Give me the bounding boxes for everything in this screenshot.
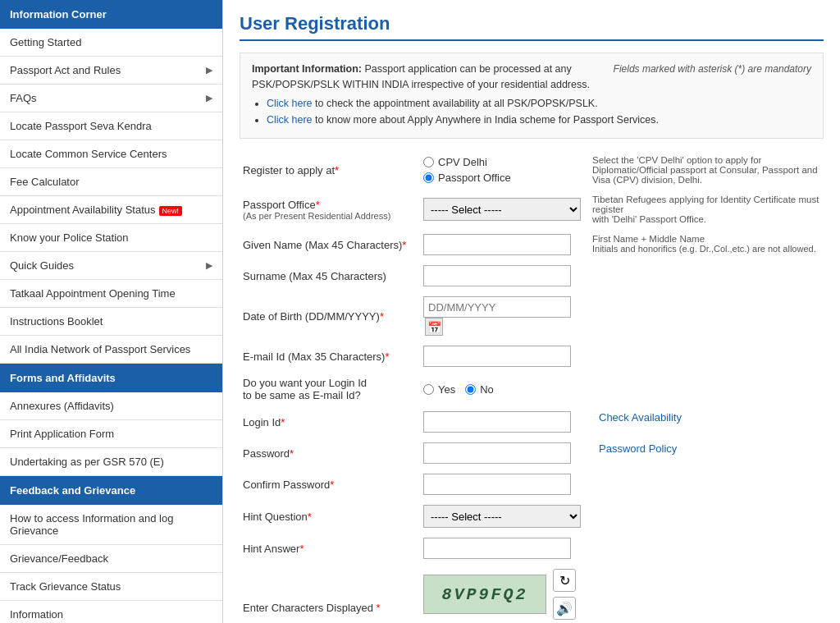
- row-email: E-mail Id (Max 35 Characters)*: [240, 341, 824, 372]
- radio-cpv[interactable]: [423, 157, 434, 167]
- captcha-controls: ↻ 🔊: [553, 569, 576, 620]
- chevron-right-icon: ▶: [206, 93, 212, 103]
- mandatory-note: Fields marked with asterisk (*) are mand…: [614, 62, 811, 76]
- sidebar-item[interactable]: Track Grievance Status: [0, 573, 222, 601]
- surname-label: Surname (Max 45 Characters): [240, 260, 420, 291]
- row-confirm-password: Confirm Password*: [240, 469, 824, 500]
- sidebar-item-label: Track Grievance Status: [10, 580, 121, 593]
- passport-office-label: Passport Office* (As per Present Residen…: [240, 190, 420, 229]
- sidebar-item-label: Information: [10, 608, 63, 621]
- link2[interactable]: Click here: [267, 114, 313, 126]
- hint-answer-input[interactable]: [423, 538, 571, 559]
- sidebar-item-label: Appointment Availability StatusNew!: [10, 204, 182, 216]
- passport-office-select[interactable]: ----- Select -----: [423, 198, 581, 221]
- login-same-label: Do you want your Login Id to be same as …: [240, 372, 420, 406]
- login-no-label: No: [480, 383, 494, 396]
- sidebar-item[interactable]: Grievance/Feedback: [0, 545, 222, 573]
- row-hint-answer: Hint Answer*: [240, 533, 824, 564]
- dob-input[interactable]: [423, 296, 571, 318]
- radio-login-yes[interactable]: [423, 384, 434, 395]
- captcha-label: Enter Characters Displayed *: [240, 564, 420, 623]
- sidebar-item[interactable]: Quick Guides▶: [0, 252, 222, 280]
- sidebar-item-label: Grievance/Feedback: [10, 552, 108, 565]
- sidebar-item[interactable]: Information: [0, 601, 222, 623]
- sidebar-item-label: Getting Started: [10, 36, 81, 48]
- password-input[interactable]: [423, 442, 571, 464]
- captcha-audio-button[interactable]: 🔊: [553, 597, 576, 620]
- sidebar-item-label: Tatkaal Appointment Opening Time: [10, 287, 176, 300]
- sidebar-item[interactable]: All India Network of Passport Services: [0, 336, 222, 364]
- sidebar-item[interactable]: Fee Calculator: [0, 168, 222, 196]
- row-password: Password* Password Policy: [240, 437, 824, 469]
- sidebar-item[interactable]: Passport Act and Rules▶: [0, 57, 222, 85]
- info-box: Fields marked with asterisk (*) are mand…: [240, 53, 824, 139]
- sidebar-item[interactable]: Locate Passport Seva Kendra: [0, 112, 222, 140]
- sidebar-item-label: Print Application Form: [10, 428, 114, 440]
- sidebar-item[interactable]: Tatkaal Appointment Opening Time: [0, 280, 222, 308]
- sidebar-item[interactable]: Know your Police Station: [0, 224, 222, 252]
- important-label: Important Information:: [252, 63, 362, 75]
- calendar-icon[interactable]: 📅: [425, 318, 443, 336]
- captcha-image: 8VP9FQ2: [423, 575, 546, 614]
- password-policy-link[interactable]: Password Policy: [592, 442, 677, 455]
- sidebar: Information CornerGetting StartedPasspor…: [0, 0, 223, 623]
- radio-cpv-label: CPV Delhi: [438, 156, 487, 168]
- confirm-password-label: Confirm Password*: [240, 469, 420, 500]
- sidebar-section-header: Forms and Affidavits: [0, 364, 222, 392]
- password-label: Password*: [240, 437, 420, 469]
- surname-input[interactable]: [423, 265, 571, 286]
- radio-passport[interactable]: [423, 172, 434, 183]
- link1[interactable]: Click here: [267, 98, 313, 109]
- row-login-same: Do you want your Login Id to be same as …: [240, 372, 824, 406]
- sidebar-item-label: How to access Information and log Grieva…: [10, 512, 212, 537]
- login-yes-label: Yes: [438, 383, 455, 396]
- dob-input-cell: 📅: [420, 291, 584, 341]
- dob-label: Date of Birth (DD/MM/YYYY)*: [240, 291, 420, 341]
- register-hint: Select the 'CPV Delhi' option to apply f…: [584, 150, 824, 190]
- sidebar-item[interactable]: Print Application Form: [0, 420, 222, 448]
- sidebar-item-label: Locate Common Service Centers: [10, 148, 167, 160]
- surname-input-cell: [420, 260, 584, 291]
- hint-question-select[interactable]: ----- Select -----: [423, 505, 581, 528]
- sidebar-section-header: Information Corner: [0, 0, 222, 29]
- sidebar-item[interactable]: Annexures (Affidavits): [0, 392, 222, 420]
- chevron-right-icon: ▶: [206, 65, 212, 76]
- sidebar-item[interactable]: Appointment Availability StatusNew!: [0, 196, 222, 224]
- given-name-input[interactable]: [423, 234, 571, 255]
- row-dob: Date of Birth (DD/MM/YYYY)* 📅: [240, 291, 824, 341]
- register-label: Register to apply at*: [240, 150, 420, 190]
- sidebar-item[interactable]: How to access Information and log Grieva…: [0, 505, 222, 545]
- row-surname: Surname (Max 45 Characters): [240, 260, 824, 291]
- login-id-input-cell: [420, 406, 584, 437]
- given-name-hint: First Name + Middle Name Initials and ho…: [584, 229, 824, 260]
- check-availability-link[interactable]: Check Availability: [592, 411, 682, 424]
- sidebar-item-label: FAQs: [10, 92, 37, 104]
- radio-login-no[interactable]: [465, 384, 476, 395]
- confirm-password-input[interactable]: [423, 474, 571, 495]
- passport-office-hint: Tibetan Refugees applying for Identity C…: [584, 190, 824, 229]
- sidebar-item[interactable]: Instructions Booklet: [0, 308, 222, 336]
- email-input-cell: [420, 341, 584, 372]
- sidebar-item[interactable]: Locate Common Service Centers: [0, 140, 222, 168]
- radio-passport-label: Passport Office: [438, 172, 511, 184]
- captcha-refresh-button[interactable]: ↻: [553, 569, 576, 592]
- sidebar-item[interactable]: Undertaking as per GSR 570 (E): [0, 448, 222, 476]
- sidebar-item[interactable]: FAQs▶: [0, 85, 222, 112]
- sidebar-item-label: Locate Passport Seva Kendra: [10, 120, 152, 132]
- page-title: User Registration: [240, 13, 824, 41]
- row-hint-question: Hint Question* ----- Select -----: [240, 500, 824, 533]
- email-input[interactable]: [423, 346, 571, 367]
- link1-after: to check the appointment availability at…: [313, 98, 598, 109]
- registration-form: Register to apply at* CPV Delhi Passport…: [240, 150, 824, 623]
- password-input-cell: [420, 437, 584, 469]
- sidebar-item-label: Undertaking as per GSR 570 (E): [10, 456, 164, 468]
- confirm-password-input-cell: [420, 469, 584, 500]
- login-id-input[interactable]: [423, 411, 571, 433]
- sidebar-item[interactable]: Getting Started: [0, 29, 222, 57]
- sidebar-item-label: Quick Guides: [10, 259, 74, 272]
- sidebar-item-label: All India Network of Passport Services: [10, 343, 190, 355]
- row-login-id: Login Id* Check Availability: [240, 406, 824, 437]
- email-label: E-mail Id (Max 35 Characters)*: [240, 341, 420, 372]
- captcha-cell: 8VP9FQ2 ↻ 🔊: [420, 564, 824, 623]
- register-radio-group: CPV Delhi Passport Office: [420, 150, 584, 190]
